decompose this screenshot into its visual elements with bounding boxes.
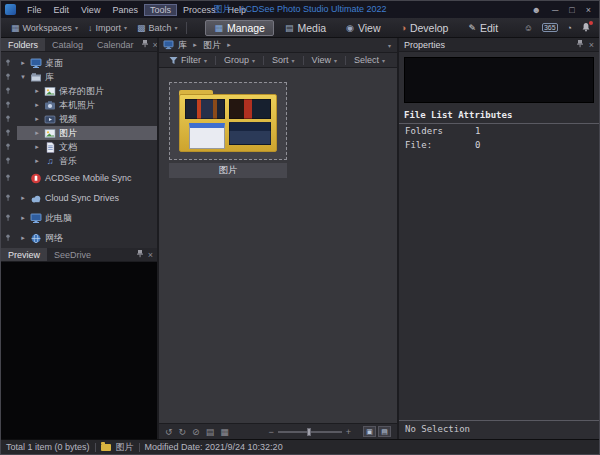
rotate-left-icon[interactable]: ↺ — [165, 427, 173, 437]
tab-folders[interactable]: Folders — [1, 38, 45, 51]
tree-item-music[interactable]: ▸ ♫ 音乐 — [1, 154, 157, 168]
menu-panes[interactable]: Panes — [106, 4, 144, 16]
quick-pin-icon[interactable] — [5, 59, 17, 67]
zoom-slider[interactable] — [278, 427, 342, 437]
tag-icon[interactable]: ▤ — [206, 427, 215, 437]
pin-icon[interactable] — [141, 39, 149, 50]
tree-item-mobile-sync[interactable]: ACDSee Mobile Sync — [1, 168, 157, 188]
expand-arrow-icon[interactable]: ▸ — [33, 143, 41, 151]
people-icon[interactable]: ☺ — [524, 23, 533, 33]
expand-arrow-icon[interactable]: ▸ — [33, 115, 41, 123]
tree-item-label: 音乐 — [59, 155, 77, 168]
network-globe-icon — [30, 233, 42, 244]
mode-manage-button[interactable]: ▦ Manage — [205, 20, 273, 36]
import-button[interactable]: ↓ Import ▾ — [83, 21, 132, 35]
quick-pin-icon[interactable] — [5, 129, 17, 137]
workspaces-button[interactable]: ▦ Workspaces ▾ — [6, 21, 83, 35]
quick-pin-icon[interactable] — [5, 234, 17, 242]
chevron-down-icon: ▾ — [252, 57, 255, 64]
zoom-in-icon[interactable]: + — [346, 427, 351, 437]
quick-pin-icon[interactable] — [5, 143, 17, 151]
tree-item-libraries[interactable]: ▾ 库 — [1, 70, 157, 84]
tree-item-label: 库 — [45, 71, 54, 84]
quick-pin-icon[interactable] — [5, 87, 17, 95]
minimize-button[interactable]: ─ — [552, 5, 558, 15]
menubar: File Edit View Panes Tools Process Help … — [1, 1, 599, 18]
expand-arrow-icon[interactable]: ▸ — [33, 157, 41, 165]
expand-arrow-icon[interactable]: ▸ — [19, 59, 27, 67]
expand-arrow-icon[interactable]: ▸ — [19, 194, 27, 202]
mode-view-button[interactable]: ◉ View — [337, 20, 389, 36]
zoom-out-icon[interactable]: − — [268, 427, 273, 437]
menu-view[interactable]: View — [75, 4, 106, 16]
thumbnail-image — [229, 122, 271, 145]
panel-close-icon[interactable]: × — [148, 250, 153, 260]
breadcrumb-separator-icon[interactable]: ▸ — [225, 41, 233, 49]
thumbnail-view-button[interactable]: ▣ — [363, 426, 376, 437]
breadcrumb-root-icon[interactable] — [163, 40, 174, 50]
compare-icon[interactable]: ▦ — [220, 427, 229, 437]
quick-pin-icon[interactable] — [5, 157, 17, 165]
batch-button[interactable]: ▩ Batch ▾ — [132, 21, 183, 35]
menu-tools[interactable]: Tools — [144, 4, 177, 16]
acdsee-365-icon[interactable]: 365 — [542, 23, 558, 32]
tab-seedrive[interactable]: SeeDrive — [47, 248, 98, 261]
pin-icon[interactable] — [576, 39, 584, 50]
tree-item-videos[interactable]: ▸ 视频 — [1, 112, 157, 126]
mode-edit-button[interactable]: ✎ Edit — [459, 20, 507, 36]
breadcrumb-separator-icon[interactable]: ▸ — [191, 41, 199, 49]
expand-arrow-icon[interactable]: ▸ — [33, 129, 41, 137]
detail-view-button[interactable]: ▤ — [378, 426, 391, 437]
expand-arrow-icon[interactable]: ▸ — [19, 214, 27, 222]
dashboard-icon[interactable]: ◔ — [567, 23, 572, 33]
quick-pin-icon[interactable] — [5, 214, 17, 222]
select-dropdown[interactable]: Select ▾ — [350, 55, 389, 65]
breadcrumb-segment-libraries[interactable]: 库 — [177, 39, 188, 52]
menu-file[interactable]: File — [21, 4, 48, 16]
tree-item-camera-roll[interactable]: ▸ 本机照片 — [1, 98, 157, 112]
panel-close-icon[interactable]: × — [589, 40, 594, 50]
quick-pin-icon[interactable] — [5, 115, 17, 123]
delete-icon[interactable]: ⊘ — [192, 427, 200, 437]
breadcrumb-segment-pictures[interactable]: 图片 — [202, 39, 222, 52]
account-icon[interactable]: ☻ — [531, 5, 540, 15]
expand-arrow-icon[interactable]: ▸ — [19, 234, 27, 242]
collapse-arrow-icon[interactable]: ▾ — [19, 73, 27, 81]
quick-pin-icon[interactable] — [5, 101, 17, 109]
view-dropdown[interactable]: View ▾ — [308, 55, 341, 65]
tree-item-label: Cloud Sync Drives — [45, 193, 119, 203]
tree-item-saved-pictures[interactable]: ▸ 保存的图片 — [1, 84, 157, 98]
pin-icon[interactable] — [136, 249, 144, 260]
rotate-right-icon[interactable]: ↻ — [179, 427, 187, 437]
close-button[interactable]: × — [586, 5, 591, 15]
tree-item-documents[interactable]: ▸ 文档 — [1, 140, 157, 154]
expand-arrow-icon[interactable]: ▸ — [33, 101, 41, 109]
tree-item-label: 保存的图片 — [59, 85, 104, 98]
quick-pin-icon[interactable] — [5, 73, 17, 81]
mode-media-label: Media — [297, 22, 326, 34]
tab-catalog[interactable]: Catalog — [45, 38, 90, 51]
folder-item[interactable]: 图片 — [169, 82, 287, 178]
quick-pin-icon[interactable] — [5, 194, 17, 202]
mode-media-button[interactable]: ▤ Media — [276, 20, 335, 36]
tab-calendar[interactable]: Calendar — [90, 38, 141, 51]
expand-arrow-icon[interactable]: ▸ — [33, 87, 41, 95]
filter-dropdown[interactable]: Filter ▾ — [165, 55, 211, 65]
group-dropdown[interactable]: Group ▾ — [220, 55, 259, 65]
sort-dropdown[interactable]: Sort ▾ — [268, 55, 299, 65]
notifications-bell-icon[interactable] — [581, 22, 591, 34]
tree-item-this-pc[interactable]: ▸ 此电脑 — [1, 208, 157, 228]
maximize-button[interactable]: □ — [569, 5, 574, 15]
tree-item-network[interactable]: ▸ 网络 — [1, 228, 157, 248]
tree-item-pictures[interactable]: ▸ 图片 — [1, 126, 157, 140]
tab-preview[interactable]: Preview — [1, 248, 47, 261]
zoom-slider-thumb[interactable] — [307, 428, 311, 436]
attribute-name: Folders — [405, 126, 475, 136]
tree-item-desktop[interactable]: ▸ 桌面 — [1, 56, 157, 70]
menu-edit[interactable]: Edit — [48, 4, 76, 16]
import-icon: ↓ — [88, 23, 93, 33]
quick-pin-icon[interactable] — [5, 174, 17, 182]
breadcrumb-history-chevron-icon[interactable]: ▾ — [388, 42, 393, 49]
tree-item-cloud-sync-drives[interactable]: ▸ Cloud Sync Drives — [1, 188, 157, 208]
mode-develop-button[interactable]: ◑ Develop — [392, 20, 458, 36]
